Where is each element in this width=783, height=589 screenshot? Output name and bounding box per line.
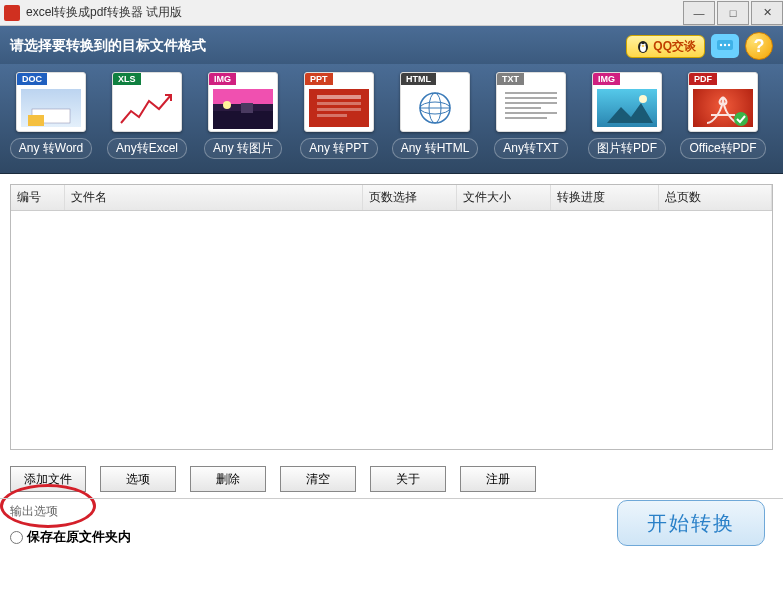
format-prompt: 请选择要转换到的目标文件格式	[10, 37, 626, 55]
doc-icon	[21, 89, 81, 127]
chat-bubble-button[interactable]	[711, 34, 739, 58]
help-button[interactable]: ?	[745, 32, 773, 60]
format-any-to-ppt[interactable]: PPT Any 转PPT	[298, 72, 380, 159]
add-file-button[interactable]: 添加文件	[10, 466, 86, 492]
svg-point-12	[223, 101, 231, 109]
format-any-to-excel[interactable]: XLS Any转Excel	[106, 72, 188, 159]
format-label: Any 转Word	[10, 138, 92, 159]
col-filename[interactable]: 文件名	[65, 185, 363, 210]
format-office-to-pdf[interactable]: PDF Office转PDF	[682, 72, 764, 159]
svg-point-23	[639, 95, 647, 103]
xls-tag: XLS	[113, 73, 141, 85]
window-title: excel转换成pdf转换器 试用版	[26, 4, 681, 21]
file-table: 编号 文件名 页数选择 文件大小 转换进度 总页数	[10, 184, 773, 450]
maximize-button[interactable]: □	[717, 1, 749, 25]
format-label: Any 转图片	[204, 138, 282, 159]
format-label: Any 转HTML	[392, 138, 479, 159]
titlebar: excel转换成pdf转换器 试用版 ― □ ✕	[0, 0, 783, 26]
col-id[interactable]: 编号	[11, 185, 65, 210]
img-pdf-icon	[597, 89, 657, 127]
svg-point-3	[644, 44, 646, 46]
table-header: 编号 文件名 页数选择 文件大小 转换进度 总页数	[11, 185, 772, 211]
qq-chat-button[interactable]: QQ交谈	[626, 35, 705, 58]
svg-point-4	[642, 45, 645, 46]
svg-point-2	[641, 44, 643, 46]
format-label: Office转PDF	[680, 138, 765, 159]
col-total-pages[interactable]: 总页数	[659, 185, 772, 210]
col-progress[interactable]: 转换进度	[551, 185, 659, 210]
minimize-button[interactable]: ―	[683, 1, 715, 25]
svg-point-7	[724, 44, 726, 46]
svg-rect-10	[28, 115, 44, 126]
img-icon	[213, 89, 273, 127]
app-icon	[4, 5, 20, 21]
format-label: Any转TXT	[494, 138, 567, 159]
svg-rect-15	[317, 102, 361, 105]
format-strip: DOC Any 转Word XLS Any转Excel IMG Any 转图片 …	[0, 64, 783, 174]
format-label: Any 转PPT	[300, 138, 377, 159]
pdf-icon	[693, 89, 753, 127]
svg-rect-11	[213, 111, 273, 129]
ppt-icon	[309, 89, 369, 127]
format-any-to-word[interactable]: DOC Any 转Word	[10, 72, 92, 159]
xls-icon	[117, 89, 177, 127]
penguin-icon	[635, 38, 651, 54]
save-in-source-label: 保存在原文件夹内	[27, 528, 131, 546]
doc-tag: DOC	[17, 73, 47, 85]
pdf-tag: PDF	[689, 73, 717, 85]
svg-rect-16	[317, 108, 361, 111]
clear-button[interactable]: 清空	[280, 466, 356, 492]
svg-rect-13	[241, 103, 253, 113]
save-in-source-radio[interactable]	[10, 531, 23, 544]
svg-rect-17	[317, 114, 347, 117]
start-convert-button[interactable]: 开始转换	[617, 500, 765, 546]
svg-marker-22	[607, 103, 653, 123]
output-section: 输出选项 保存在原文件夹内 开始转换	[0, 498, 783, 552]
register-button[interactable]: 注册	[460, 466, 536, 492]
svg-rect-14	[317, 95, 361, 99]
header-bar: 请选择要转换到的目标文件格式 QQ交谈 ?	[0, 26, 783, 64]
close-button[interactable]: ✕	[751, 1, 783, 25]
about-button[interactable]: 关于	[370, 466, 446, 492]
format-label: 图片转PDF	[588, 138, 666, 159]
table-body[interactable]	[11, 211, 772, 449]
format-label: Any转Excel	[107, 138, 187, 159]
txt-icon	[501, 89, 561, 127]
col-filesize[interactable]: 文件大小	[457, 185, 551, 210]
speech-bubble-icon	[716, 39, 734, 53]
action-buttons: 添加文件 选项 删除 清空 关于 注册	[0, 460, 783, 494]
txt-tag: TXT	[497, 73, 524, 85]
format-any-to-image[interactable]: IMG Any 转图片	[202, 72, 284, 159]
format-any-to-txt[interactable]: TXT Any转TXT	[490, 72, 572, 159]
options-button[interactable]: 选项	[100, 466, 176, 492]
svg-point-8	[728, 44, 730, 46]
col-page-select[interactable]: 页数选择	[363, 185, 457, 210]
html-icon	[405, 89, 465, 127]
question-mark-icon: ?	[754, 36, 765, 57]
file-table-wrap: 编号 文件名 页数选择 文件大小 转换进度 总页数	[0, 174, 783, 460]
img-tag: IMG	[593, 73, 620, 85]
ppt-tag: PPT	[305, 73, 333, 85]
qq-chat-label: QQ交谈	[653, 38, 696, 55]
svg-point-24	[734, 112, 748, 126]
html-tag: HTML	[401, 73, 436, 85]
format-image-to-pdf[interactable]: IMG 图片转PDF	[586, 72, 668, 159]
start-convert-label: 开始转换	[647, 510, 735, 537]
delete-button[interactable]: 删除	[190, 466, 266, 492]
format-any-to-html[interactable]: HTML Any 转HTML	[394, 72, 476, 159]
svg-point-6	[720, 44, 722, 46]
img-tag: IMG	[209, 73, 236, 85]
